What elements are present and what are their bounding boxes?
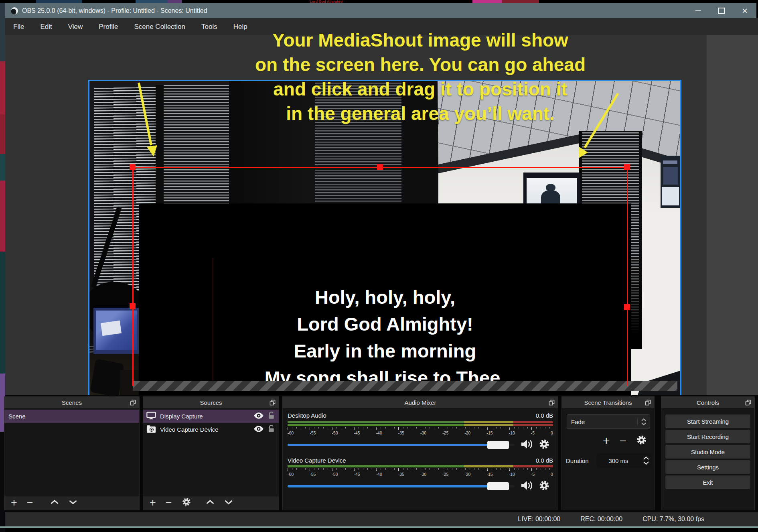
desktop-fragment — [472, 0, 502, 3]
maximize-button[interactable] — [710, 3, 733, 18]
source-properties-gear-icon[interactable] — [182, 497, 191, 508]
camera-icon — [146, 425, 156, 435]
add-scene-button[interactable]: + — [11, 497, 17, 508]
meter-ticks — [288, 468, 553, 471]
sources-header: Sources — [143, 397, 279, 408]
controls-header: Controls — [661, 397, 754, 408]
remove-source-button[interactable]: − — [166, 497, 172, 508]
scene-transitions-header: Scene Transitions — [562, 397, 654, 408]
volume-slider-handle[interactable] — [487, 441, 509, 449]
move-scene-up-button[interactable] — [50, 499, 59, 506]
scenes-header: Scenes — [4, 397, 139, 408]
volume-slider-handle[interactable] — [487, 482, 509, 490]
duration-spinbox[interactable]: 300 ms — [596, 453, 652, 468]
dock-float-icon[interactable] — [130, 400, 136, 407]
channel-settings-gear-icon[interactable] — [539, 439, 550, 451]
source-label: Display Capture — [160, 413, 249, 420]
start-recording-button[interactable]: Start Recording — [665, 430, 750, 443]
lyrics-artifact-line — [213, 258, 213, 390]
menu-file[interactable]: File — [5, 18, 32, 35]
source-row-video-capture[interactable]: Video Capture Device — [143, 423, 279, 436]
settings-button[interactable]: Settings — [665, 460, 750, 474]
dock-float-icon[interactable] — [270, 400, 276, 407]
visibility-eye-icon[interactable] — [253, 412, 264, 420]
selection-handle-mid-left[interactable] — [130, 303, 136, 309]
selection-left-line — [132, 167, 134, 386]
audio-mixer-title: Audio Mixer — [404, 399, 436, 406]
transition-select[interactable]: Fade — [567, 414, 650, 429]
transition-properties-gear-icon[interactable] — [636, 435, 647, 447]
speaker-icon[interactable] — [520, 439, 533, 451]
source-label: Video Capture Device — [160, 426, 249, 433]
window-bottom-edge — [0, 526, 758, 528]
video-wall-monitor-text — [663, 160, 677, 164]
rec-time: REC: 00:00:00 — [580, 516, 622, 523]
main-area-right-shade — [707, 35, 758, 395]
add-source-button[interactable]: + — [150, 497, 156, 508]
visibility-eye-icon[interactable] — [253, 425, 264, 434]
duration-row: Duration 300 ms — [566, 453, 652, 468]
scenes-title: Scenes — [62, 399, 82, 406]
move-source-down-button[interactable] — [224, 499, 233, 506]
background-window-text: Lord God Almighty! — [310, 0, 378, 3]
lock-icon[interactable] — [268, 425, 275, 434]
remove-scene-button[interactable]: − — [27, 497, 33, 508]
duration-spin-arrows[interactable] — [640, 457, 652, 465]
dock-float-icon[interactable] — [745, 400, 751, 407]
scene-label: Scene — [8, 413, 26, 420]
window-controls: × — [687, 3, 756, 18]
selection-handle-top-left[interactable] — [130, 164, 136, 170]
selection-handle-top-center[interactable] — [377, 164, 383, 170]
menu-view[interactable]: View — [60, 18, 91, 35]
sources-title: Sources — [200, 399, 222, 406]
volume-slider[interactable] — [288, 485, 515, 487]
mixer-channel-desktop-audio: Desktop Audio 0.0 dB -60-55-50-45-40-35-… — [283, 408, 558, 451]
cpu-fps: CPU: 7.7%, 30.00 fps — [642, 516, 704, 523]
scene-transitions-panel: Scene Transitions Fade + − Duration 300 … — [561, 396, 655, 510]
desktop-top-sliver: Lord God Almighty! — [0, 0, 758, 3]
dock-float-icon[interactable] — [549, 400, 555, 407]
channel-settings-gear-icon[interactable] — [539, 480, 550, 493]
source-row-display-capture[interactable]: Display Capture — [143, 410, 279, 423]
minimize-button[interactable] — [687, 3, 710, 18]
speaker-icon[interactable] — [520, 480, 533, 493]
obs-logo-icon — [11, 7, 18, 14]
video-desk-paper — [101, 321, 122, 336]
close-icon: × — [742, 6, 748, 16]
duration-label: Duration — [566, 457, 589, 464]
status-bar: LIVE: 00:00:00 REC: 00:00:00 CPU: 7.7%, … — [5, 512, 758, 526]
volume-slider[interactable] — [288, 444, 515, 446]
selection-handle-mid-right[interactable] — [624, 304, 630, 310]
volume-meter — [288, 421, 553, 426]
menu-profile[interactable]: Profile — [91, 18, 126, 35]
move-scene-down-button[interactable] — [69, 499, 77, 506]
channel-name: Video Capture Device — [288, 457, 346, 464]
scene-list-item[interactable]: Scene — [4, 410, 139, 423]
maximize-icon — [718, 8, 725, 14]
scene-transitions-title: Scene Transitions — [584, 399, 632, 406]
mixer-channel-video-capture: Video Capture Device 0.0 dB -60-55-50-45… — [283, 451, 558, 493]
preview-canvas[interactable]: Holy, holy, holy, Lord God Almighty! Ear… — [88, 80, 681, 415]
exit-button[interactable]: Exit — [665, 475, 750, 489]
lock-icon[interactable] — [268, 412, 275, 421]
start-streaming-button[interactable]: Start Streaming — [665, 414, 750, 428]
add-transition-button[interactable]: + — [603, 435, 610, 447]
controls-panel: Controls Start Streaming Start Recording… — [661, 396, 755, 510]
selection-right-line — [627, 167, 628, 386]
select-spinner-icons — [637, 418, 650, 425]
channel-level: 0.0 dB — [536, 457, 553, 464]
transition-buttons: + − — [562, 435, 647, 447]
sources-panel: Sources Display Capture Video Capture De… — [143, 396, 279, 510]
audio-mixer-header: Audio Mixer — [283, 397, 558, 408]
meter-tick-labels: -60-55-50-45-40-35-30-25-20-15-10-50 — [288, 430, 553, 435]
annotation-line: in the general area you’ll want. — [160, 102, 680, 126]
dock-float-icon[interactable] — [645, 400, 651, 407]
menu-edit[interactable]: Edit — [32, 18, 60, 35]
move-source-up-button[interactable] — [206, 499, 215, 506]
desktop-fragment — [502, 0, 539, 3]
selection-handle-top-right[interactable] — [624, 164, 630, 170]
screen: Lord God Almighty! OBS 25.0.0 (64-bit, w… — [0, 0, 758, 532]
close-button[interactable]: × — [733, 3, 756, 18]
remove-transition-button[interactable]: − — [619, 435, 626, 447]
studio-mode-button[interactable]: Studio Mode — [665, 445, 750, 459]
